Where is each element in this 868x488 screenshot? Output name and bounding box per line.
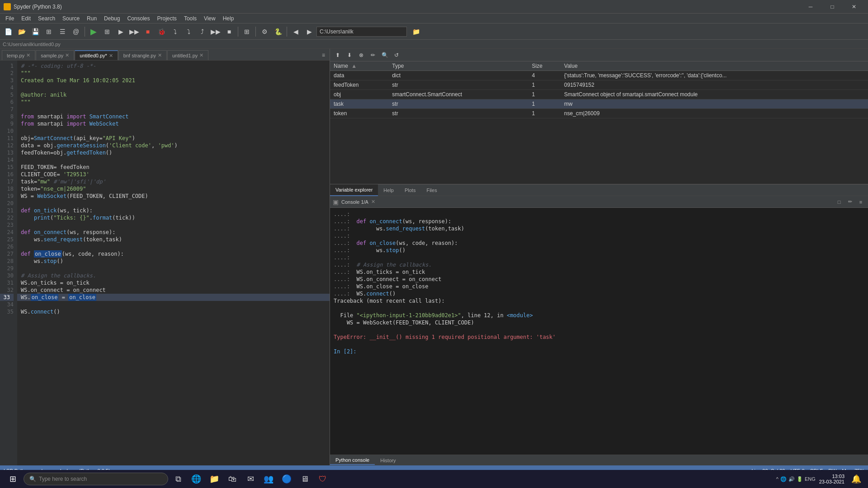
table-row[interactable]: token str 1 nse_cm|26009 bbox=[330, 109, 868, 118]
step-return-button[interactable]: ⤴ bbox=[196, 25, 208, 38]
volume-icon[interactable]: 🔊 bbox=[788, 476, 795, 482]
table-row[interactable]: feedToken str 1 0915749152 bbox=[330, 80, 868, 90]
python-path-button[interactable]: 🐍 bbox=[272, 25, 284, 38]
col-type[interactable]: Type bbox=[388, 61, 528, 71]
menu-edit[interactable]: Edit bbox=[18, 14, 34, 23]
tab-close-sample[interactable]: ✕ bbox=[65, 52, 69, 58]
continue-button[interactable]: ▶▶ bbox=[209, 25, 222, 38]
paint-button[interactable]: ✏ bbox=[368, 50, 378, 60]
tab-files[interactable]: Files bbox=[421, 184, 442, 196]
menu-view[interactable]: View bbox=[200, 14, 219, 23]
title-bar-left: Spyder (Python 3.8) bbox=[4, 3, 62, 10]
mail-icon[interactable]: ✉ bbox=[242, 471, 259, 487]
console-clear-button[interactable]: □ bbox=[835, 197, 844, 206]
step-into-button[interactable]: ⤵ bbox=[182, 25, 195, 38]
at-button[interactable]: @ bbox=[70, 25, 82, 38]
preferences-button[interactable]: ⚙ bbox=[258, 25, 271, 38]
search-bar[interactable]: 🔍 Type here to search bbox=[24, 473, 168, 485]
run-button[interactable]: ▶ bbox=[87, 25, 100, 38]
col-value[interactable]: Value bbox=[561, 61, 868, 71]
menu-file[interactable]: File bbox=[2, 14, 18, 23]
tab-bnf[interactable]: bnf strangle.py ✕ bbox=[118, 50, 167, 60]
tab-close-temp[interactable]: ✕ bbox=[26, 52, 30, 58]
var-type: str bbox=[388, 109, 528, 118]
tab-python-console[interactable]: Python console bbox=[330, 456, 375, 465]
import-data-button[interactable]: ⬆ bbox=[333, 50, 343, 60]
explorer-tabs: Variable explorer Help Plots Files bbox=[330, 184, 868, 196]
code-content[interactable]: # -*- coding: utf-8 -*- """ Created on T… bbox=[17, 61, 330, 465]
language-label[interactable]: ENG bbox=[805, 476, 816, 482]
tab-variable-explorer[interactable]: Variable explorer bbox=[330, 184, 378, 196]
save-all-button[interactable]: ⊞ bbox=[42, 25, 55, 38]
tab-plots[interactable]: Plots bbox=[399, 184, 421, 196]
minimize-button[interactable]: ─ bbox=[800, 0, 821, 14]
run-config-button[interactable]: ⊞ bbox=[101, 25, 113, 38]
tab-history[interactable]: History bbox=[375, 456, 401, 465]
save-data-button[interactable]: ⬇ bbox=[344, 50, 354, 60]
var-table: Name ▲ Type Size Value data dict 4 {'sta… bbox=[330, 61, 868, 184]
edge-icon[interactable]: 🌐 bbox=[188, 471, 204, 487]
network-icon[interactable]: 🌐 bbox=[780, 476, 787, 482]
store-icon[interactable]: 🛍 bbox=[224, 471, 241, 487]
teams-icon[interactable]: 👥 bbox=[260, 471, 277, 487]
chevron-icon[interactable]: ^ bbox=[776, 476, 778, 482]
notification-button[interactable]: 🔔 bbox=[848, 471, 864, 487]
tab-close-untitled1[interactable]: ✕ bbox=[199, 52, 203, 58]
clock: 13:03 23-03-2021 bbox=[819, 474, 844, 484]
tab-close-bnf[interactable]: ✕ bbox=[158, 52, 162, 58]
console-menu-button[interactable]: ≡ bbox=[856, 197, 865, 206]
tab-close-untitled0[interactable]: ✕ bbox=[109, 53, 113, 59]
save-button[interactable]: 💾 bbox=[29, 25, 42, 38]
stop-debug-button[interactable]: ■ bbox=[223, 25, 236, 38]
tabs-menu-button[interactable]: ≡ bbox=[319, 50, 328, 60]
menu-help[interactable]: Help bbox=[219, 14, 238, 23]
antivirus-icon[interactable]: 🛡 bbox=[315, 471, 331, 487]
menu-run[interactable]: Run bbox=[83, 14, 100, 23]
console-edit-button[interactable]: ✏ bbox=[845, 197, 854, 206]
maximize-pane-button[interactable]: ⊞ bbox=[241, 25, 253, 38]
task-view-button[interactable]: ⧉ bbox=[170, 471, 186, 487]
col-name[interactable]: Name ▲ bbox=[330, 61, 388, 71]
tab-temp[interactable]: temp.py ✕ bbox=[2, 50, 35, 60]
console-close-button[interactable]: ✕ bbox=[371, 199, 375, 205]
tab-untitled1[interactable]: untitled1.py ✕ bbox=[167, 50, 208, 60]
menu-search[interactable]: Search bbox=[34, 14, 59, 23]
console-header: ▣ Console 1/A ✕ □ ✏ ≡ bbox=[330, 196, 868, 208]
right-panel: ⬆ ⬇ ⊗ ✏ 🔍 ↺ Name ▲ Type Size Value bbox=[330, 49, 868, 465]
table-row[interactable]: task str 1 mw bbox=[330, 99, 868, 109]
menu-projects[interactable]: Projects bbox=[154, 14, 180, 23]
console-content[interactable]: ....: ....: def on_connect(ws, response)… bbox=[330, 208, 868, 455]
chrome-icon[interactable]: 🔵 bbox=[278, 471, 295, 487]
stop-button[interactable]: ■ bbox=[142, 25, 154, 38]
back-button[interactable]: ◀ bbox=[289, 25, 302, 38]
list-button[interactable]: ☰ bbox=[56, 25, 69, 38]
file-mgr-icon[interactable]: 🖥 bbox=[297, 471, 313, 487]
menu-consoles[interactable]: Consoles bbox=[123, 14, 153, 23]
close-button[interactable]: ✕ bbox=[844, 0, 864, 14]
step-button[interactable]: ⤵ bbox=[169, 25, 181, 38]
col-size[interactable]: Size bbox=[528, 61, 561, 71]
start-button[interactable]: ⊞ bbox=[4, 470, 22, 488]
browse-button[interactable]: 📁 bbox=[410, 25, 422, 38]
menu-tools[interactable]: Tools bbox=[180, 14, 200, 23]
forward-button[interactable]: ▶ bbox=[303, 25, 316, 38]
tab-sample[interactable]: sample.py ✕ bbox=[36, 50, 74, 60]
table-row[interactable]: data dict 4 {'status':True, 'message':'S… bbox=[330, 71, 868, 80]
menu-source[interactable]: Source bbox=[59, 14, 83, 23]
path-input[interactable] bbox=[316, 27, 407, 37]
tab-help[interactable]: Help bbox=[378, 184, 399, 196]
run-cell-button[interactable]: ▶ bbox=[114, 25, 127, 38]
explorer-icon[interactable]: 📁 bbox=[206, 471, 222, 487]
open-file-button[interactable]: 📂 bbox=[15, 25, 28, 38]
refresh-button[interactable]: ↺ bbox=[392, 50, 401, 60]
table-row[interactable]: obj smartConnect.SmartConnect 1 SmartCon… bbox=[330, 90, 868, 99]
search-var-button[interactable]: 🔍 bbox=[380, 50, 390, 60]
reset-button[interactable]: ⊗ bbox=[356, 50, 366, 60]
run-cell-advance-button[interactable]: ▶▶ bbox=[128, 25, 141, 38]
tab-untitled0[interactable]: untitled0.py* ✕ bbox=[75, 50, 118, 60]
debug-button[interactable]: 🐞 bbox=[155, 25, 168, 38]
maximize-button[interactable]: □ bbox=[822, 0, 843, 14]
toolbar-sep-2 bbox=[238, 27, 238, 37]
new-file-button[interactable]: 📄 bbox=[2, 25, 14, 38]
menu-debug[interactable]: Debug bbox=[100, 14, 123, 23]
